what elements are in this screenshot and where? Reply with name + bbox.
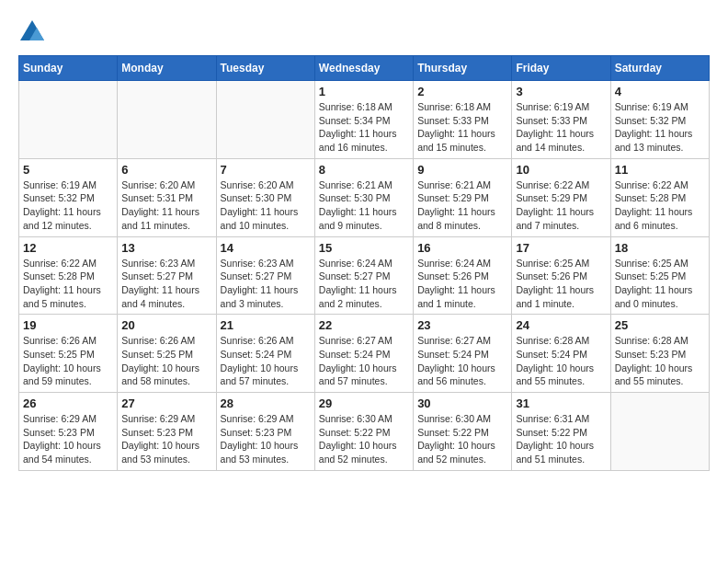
calendar-day-cell <box>118 81 216 159</box>
day-info: Sunrise: 6:31 AM Sunset: 5:22 PM Dayligh… <box>516 412 606 466</box>
calendar-day-cell: 5Sunrise: 6:19 AM Sunset: 5:32 PM Daylig… <box>19 158 118 236</box>
day-number: 26 <box>23 396 113 410</box>
calendar-day-cell: 10Sunrise: 6:22 AM Sunset: 5:29 PM Dayli… <box>512 158 610 236</box>
day-info: Sunrise: 6:27 AM Sunset: 5:24 PM Dayligh… <box>417 334 507 388</box>
day-number: 13 <box>121 241 211 255</box>
day-number: 4 <box>615 85 705 98</box>
day-info: Sunrise: 6:30 AM Sunset: 5:22 PM Dayligh… <box>417 412 507 466</box>
calendar-day-cell: 4Sunrise: 6:19 AM Sunset: 5:32 PM Daylig… <box>610 81 709 159</box>
calendar-day-cell: 7Sunrise: 6:20 AM Sunset: 5:30 PM Daylig… <box>216 158 314 236</box>
day-number: 17 <box>516 241 606 255</box>
calendar-day-cell: 17Sunrise: 6:25 AM Sunset: 5:26 PM Dayli… <box>512 236 610 315</box>
calendar-day-cell: 19Sunrise: 6:26 AM Sunset: 5:25 PM Dayli… <box>19 315 118 393</box>
day-number: 30 <box>417 396 507 410</box>
calendar-day-cell: 28Sunrise: 6:29 AM Sunset: 5:23 PM Dayli… <box>216 393 314 471</box>
day-number: 12 <box>23 241 113 255</box>
day-info: Sunrise: 6:22 AM Sunset: 5:28 PM Dayligh… <box>23 257 113 311</box>
calendar-day-cell: 15Sunrise: 6:24 AM Sunset: 5:27 PM Dayli… <box>314 236 413 315</box>
day-info: Sunrise: 6:19 AM Sunset: 5:32 PM Dayligh… <box>615 100 705 155</box>
day-info: Sunrise: 6:26 AM Sunset: 5:24 PM Dayligh… <box>221 334 311 388</box>
day-number: 5 <box>23 163 113 177</box>
calendar-day-cell: 20Sunrise: 6:26 AM Sunset: 5:25 PM Dayli… <box>118 315 216 393</box>
calendar-day-cell: 3Sunrise: 6:19 AM Sunset: 5:33 PM Daylig… <box>512 81 610 159</box>
day-number: 9 <box>417 163 507 177</box>
calendar-week-row: 5Sunrise: 6:19 AM Sunset: 5:32 PM Daylig… <box>19 158 710 236</box>
calendar-day-cell: 11Sunrise: 6:22 AM Sunset: 5:28 PM Dayli… <box>610 158 709 236</box>
weekday-header: Sunday <box>19 56 118 81</box>
day-info: Sunrise: 6:22 AM Sunset: 5:28 PM Dayligh… <box>615 178 705 233</box>
day-number: 27 <box>121 396 211 410</box>
day-info: Sunrise: 6:24 AM Sunset: 5:26 PM Dayligh… <box>417 257 507 311</box>
weekday-header: Friday <box>512 56 610 81</box>
day-number: 19 <box>23 318 113 332</box>
logo-icon <box>18 18 46 46</box>
day-info: Sunrise: 6:26 AM Sunset: 5:25 PM Dayligh… <box>121 334 211 388</box>
calendar-day-cell: 25Sunrise: 6:28 AM Sunset: 5:23 PM Dayli… <box>610 315 709 393</box>
calendar-day-cell: 9Sunrise: 6:21 AM Sunset: 5:29 PM Daylig… <box>414 158 512 236</box>
day-number: 15 <box>319 241 409 255</box>
calendar-header-row: SundayMondayTuesdayWednesdayThursdayFrid… <box>19 56 710 81</box>
day-info: Sunrise: 6:20 AM Sunset: 5:31 PM Dayligh… <box>121 178 211 233</box>
calendar-day-cell: 22Sunrise: 6:27 AM Sunset: 5:24 PM Dayli… <box>314 315 413 393</box>
day-number: 24 <box>516 318 606 332</box>
calendar-day-cell: 2Sunrise: 6:18 AM Sunset: 5:33 PM Daylig… <box>414 81 512 159</box>
day-info: Sunrise: 6:18 AM Sunset: 5:34 PM Dayligh… <box>319 100 409 155</box>
day-info: Sunrise: 6:28 AM Sunset: 5:23 PM Dayligh… <box>615 334 705 388</box>
day-info: Sunrise: 6:25 AM Sunset: 5:25 PM Dayligh… <box>615 257 705 311</box>
day-info: Sunrise: 6:19 AM Sunset: 5:32 PM Dayligh… <box>23 178 113 233</box>
calendar-day-cell <box>216 81 314 159</box>
calendar-day-cell: 12Sunrise: 6:22 AM Sunset: 5:28 PM Dayli… <box>19 236 118 315</box>
day-info: Sunrise: 6:29 AM Sunset: 5:23 PM Dayligh… <box>23 412 113 466</box>
calendar-day-cell: 1Sunrise: 6:18 AM Sunset: 5:34 PM Daylig… <box>314 81 413 159</box>
weekday-header: Saturday <box>610 56 709 81</box>
calendar-week-row: 1Sunrise: 6:18 AM Sunset: 5:34 PM Daylig… <box>19 81 710 159</box>
calendar-day-cell: 16Sunrise: 6:24 AM Sunset: 5:26 PM Dayli… <box>414 236 512 315</box>
day-number: 20 <box>121 318 211 332</box>
calendar-day-cell <box>19 81 118 159</box>
calendar-week-row: 19Sunrise: 6:26 AM Sunset: 5:25 PM Dayli… <box>19 315 710 393</box>
day-number: 22 <box>319 318 409 332</box>
day-info: Sunrise: 6:28 AM Sunset: 5:24 PM Dayligh… <box>516 334 606 388</box>
day-number: 31 <box>516 396 606 410</box>
day-number: 14 <box>221 241 311 255</box>
calendar-week-row: 12Sunrise: 6:22 AM Sunset: 5:28 PM Dayli… <box>19 236 710 315</box>
day-number: 11 <box>615 163 705 177</box>
day-number: 18 <box>615 241 705 255</box>
day-number: 21 <box>221 318 311 332</box>
day-info: Sunrise: 6:21 AM Sunset: 5:29 PM Dayligh… <box>417 178 507 233</box>
day-number: 23 <box>417 318 507 332</box>
day-info: Sunrise: 6:29 AM Sunset: 5:23 PM Dayligh… <box>221 412 311 466</box>
page-header <box>18 18 710 46</box>
day-number: 25 <box>615 318 705 332</box>
day-number: 28 <box>221 396 311 410</box>
day-number: 16 <box>417 241 507 255</box>
day-number: 7 <box>221 163 311 177</box>
day-info: Sunrise: 6:25 AM Sunset: 5:26 PM Dayligh… <box>516 257 606 311</box>
day-info: Sunrise: 6:26 AM Sunset: 5:25 PM Dayligh… <box>23 334 113 388</box>
day-info: Sunrise: 6:30 AM Sunset: 5:22 PM Dayligh… <box>319 412 409 466</box>
day-number: 2 <box>417 85 507 98</box>
calendar-day-cell: 29Sunrise: 6:30 AM Sunset: 5:22 PM Dayli… <box>314 393 413 471</box>
day-number: 10 <box>516 163 606 177</box>
day-info: Sunrise: 6:23 AM Sunset: 5:27 PM Dayligh… <box>221 257 311 311</box>
calendar-day-cell: 24Sunrise: 6:28 AM Sunset: 5:24 PM Dayli… <box>512 315 610 393</box>
day-info: Sunrise: 6:18 AM Sunset: 5:33 PM Dayligh… <box>417 100 507 155</box>
day-info: Sunrise: 6:24 AM Sunset: 5:27 PM Dayligh… <box>319 257 409 311</box>
day-info: Sunrise: 6:23 AM Sunset: 5:27 PM Dayligh… <box>121 257 211 311</box>
day-info: Sunrise: 6:27 AM Sunset: 5:24 PM Dayligh… <box>319 334 409 388</box>
calendar-day-cell: 13Sunrise: 6:23 AM Sunset: 5:27 PM Dayli… <box>118 236 216 315</box>
weekday-header: Wednesday <box>314 56 413 81</box>
day-info: Sunrise: 6:21 AM Sunset: 5:30 PM Dayligh… <box>319 178 409 233</box>
day-number: 8 <box>319 163 409 177</box>
day-number: 3 <box>516 85 606 98</box>
day-number: 1 <box>319 85 409 98</box>
calendar-week-row: 26Sunrise: 6:29 AM Sunset: 5:23 PM Dayli… <box>19 393 710 471</box>
calendar-day-cell: 8Sunrise: 6:21 AM Sunset: 5:30 PM Daylig… <box>314 158 413 236</box>
calendar-day-cell <box>610 393 709 471</box>
day-info: Sunrise: 6:22 AM Sunset: 5:29 PM Dayligh… <box>516 178 606 233</box>
day-info: Sunrise: 6:29 AM Sunset: 5:23 PM Dayligh… <box>121 412 211 466</box>
day-number: 6 <box>121 163 211 177</box>
calendar-day-cell: 14Sunrise: 6:23 AM Sunset: 5:27 PM Dayli… <box>216 236 314 315</box>
calendar-day-cell: 18Sunrise: 6:25 AM Sunset: 5:25 PM Dayli… <box>610 236 709 315</box>
weekday-header: Monday <box>118 56 216 81</box>
